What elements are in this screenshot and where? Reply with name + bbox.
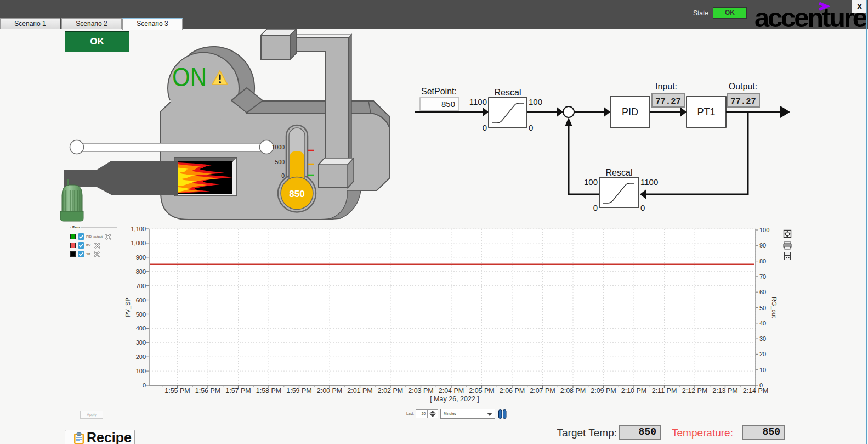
svg-text:80: 80 [759, 258, 766, 265]
svg-text:77.27: 77.27 [655, 97, 681, 106]
svg-text:500: 500 [136, 311, 146, 318]
svg-text:200: 200 [136, 353, 146, 360]
svg-text:Output:: Output: [729, 82, 757, 91]
svg-text:2:08 PM: 2:08 PM [560, 387, 586, 395]
svg-text:Rescal: Rescal [606, 168, 633, 177]
svg-text:1,000: 1,000 [131, 240, 146, 246]
svg-text:2:10 PM: 2:10 PM [621, 387, 647, 395]
svg-text:2:01 PM: 2:01 PM [347, 387, 373, 395]
svg-text:1100: 1100 [640, 177, 658, 187]
svg-text:ON: ON [172, 63, 207, 92]
svg-text:100: 100 [529, 97, 542, 106]
svg-text:800: 800 [136, 268, 146, 275]
svg-text:accenture: accenture [754, 3, 867, 32]
svg-text:1,100: 1,100 [131, 226, 146, 232]
svg-text:2:07 PM: 2:07 PM [530, 387, 555, 395]
svg-text:70: 70 [759, 273, 766, 280]
svg-text:2:05 PM: 2:05 PM [469, 387, 495, 395]
svg-text:0: 0 [640, 203, 645, 212]
svg-text:0: 0 [143, 382, 146, 389]
svg-text:100: 100 [759, 227, 769, 233]
svg-text:20: 20 [759, 351, 766, 357]
svg-text:1100: 1100 [469, 97, 487, 106]
svg-text:2:12 PM: 2:12 PM [682, 387, 708, 395]
svg-text:700: 700 [136, 283, 146, 289]
svg-text:2:09 PM: 2:09 PM [591, 387, 616, 395]
svg-text:90: 90 [759, 242, 766, 249]
svg-text:0: 0 [483, 123, 487, 132]
svg-text:Rescal: Rescal [495, 88, 521, 97]
svg-text:2:14 PM: 2:14 PM [743, 387, 769, 395]
svg-text:RG_out: RG_out [771, 297, 778, 318]
svg-text:2:02 PM: 2:02 PM [378, 387, 404, 395]
svg-text:100: 100 [584, 177, 598, 187]
svg-text:1:59 PM: 1:59 PM [286, 387, 312, 395]
svg-text:30: 30 [759, 335, 766, 342]
svg-text:SetPoint:: SetPoint: [421, 87, 457, 96]
svg-text:1000: 1000 [272, 144, 285, 150]
svg-text:2:06 PM: 2:06 PM [500, 387, 525, 395]
svg-text:40: 40 [759, 320, 766, 327]
svg-text:60: 60 [759, 289, 766, 295]
svg-text:0: 0 [593, 203, 598, 212]
svg-text:77.27: 77.27 [730, 97, 756, 106]
svg-text:300: 300 [136, 339, 146, 346]
svg-text:900: 900 [136, 254, 146, 261]
svg-text:1:56 PM: 1:56 PM [195, 387, 221, 395]
svg-text:850: 850 [441, 99, 455, 109]
svg-text:2:13 PM: 2:13 PM [712, 387, 738, 395]
svg-text:2:04 PM: 2:04 PM [439, 387, 464, 395]
svg-text:2:00 PM: 2:00 PM [317, 387, 343, 395]
svg-text:1:55 PM: 1:55 PM [164, 387, 190, 395]
svg-text:850: 850 [289, 189, 304, 199]
svg-text:0: 0 [281, 172, 285, 179]
svg-text:50: 50 [759, 305, 766, 311]
svg-text:PID: PID [622, 106, 638, 117]
svg-text:PV_SP: PV_SP [124, 297, 131, 317]
svg-text:PT1: PT1 [697, 106, 715, 117]
svg-text:2:03 PM: 2:03 PM [408, 387, 434, 395]
svg-text:0: 0 [529, 123, 533, 132]
svg-text:10: 10 [759, 367, 766, 373]
svg-text:1:58 PM: 1:58 PM [256, 387, 282, 395]
svg-text:600: 600 [136, 297, 146, 304]
svg-text:[ May 26, 2022 ]: [ May 26, 2022 ] [430, 395, 479, 403]
svg-text:Input:: Input: [655, 82, 677, 91]
svg-text:500: 500 [275, 159, 285, 165]
svg-text:400: 400 [136, 325, 146, 331]
svg-text:1:57 PM: 1:57 PM [225, 387, 251, 395]
svg-text:100: 100 [136, 368, 146, 374]
svg-text:2:11 PM: 2:11 PM [652, 387, 677, 395]
